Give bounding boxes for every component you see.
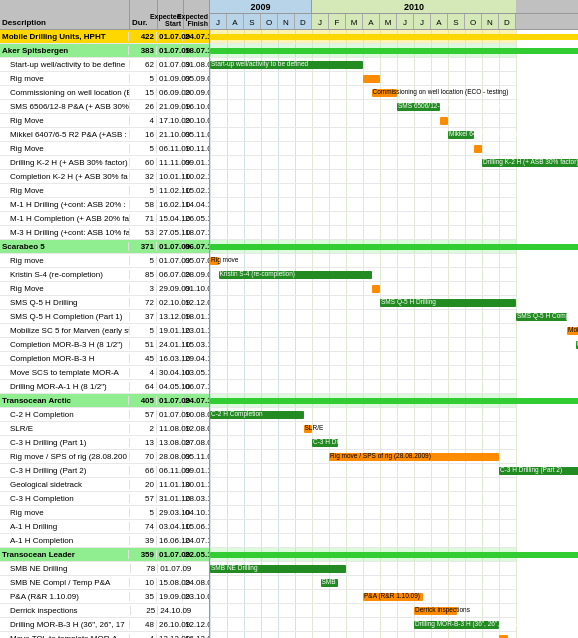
cell-desc-32: Geological sidetrack xyxy=(8,480,130,489)
cell-desc-7: Mikkel 6407/6-5 R2 P&A (+ASB : xyxy=(8,130,130,139)
cell-desc-11: Rig Move xyxy=(8,186,130,195)
cell-start-6: 17.10.09 xyxy=(157,116,183,125)
gantt-label-27: C-2 H Completion xyxy=(211,410,263,417)
cell-finish-4: 20.09.09 xyxy=(183,88,209,97)
gantt-row-3 xyxy=(210,72,516,86)
table-row-19: SMS Q-5 H Drilling7202.10.0912.12.09 xyxy=(0,296,209,310)
cell-start-26: 01.07.09 xyxy=(157,396,183,405)
gantt-row-11 xyxy=(210,184,516,198)
cell-start-1: 01.07.09 xyxy=(157,46,183,55)
cell-dur-43: 4 xyxy=(130,634,157,638)
cell-dur-41: 25 xyxy=(131,606,158,615)
gantt-row-21: Mobilize SC 5 for Marven (early starting… xyxy=(210,324,516,338)
cell-dur-38: 78 xyxy=(131,564,158,573)
gantt-row-29: C-3 H Drilling (Part 1) xyxy=(210,436,516,450)
cell-start-18: 29.09.09 xyxy=(157,284,183,293)
cell-finish-15: 06.07.10 xyxy=(183,242,209,251)
cell-desc-12: M-1 H Drilling (+cont: ASB 20% : xyxy=(8,200,130,209)
cell-desc-27: C-2 H Completion xyxy=(8,410,130,419)
gantt-row-36 xyxy=(210,534,516,548)
cell-dur-24: 4 xyxy=(130,368,157,377)
table-row-8: Rig Move506.11.0910.11.09 xyxy=(0,142,209,156)
cell-finish-31: 09.01.10 xyxy=(183,466,209,475)
table-row-35: A-1 H Drilling7403.04.1015.06.10 xyxy=(0,520,209,534)
cell-desc-35: A-1 H Drilling xyxy=(8,522,130,531)
cell-dur-20: 37 xyxy=(130,312,157,321)
gantt-row-16: Rig move xyxy=(210,254,516,268)
cell-start-31: 06.11.09 xyxy=(157,466,183,475)
cell-start-4: 06.09.09 xyxy=(157,88,183,97)
cell-start-32: 11.01.10 xyxy=(157,480,183,489)
cell-dur-42: 48 xyxy=(130,620,157,629)
gantt-row-23: Completion M xyxy=(210,352,516,366)
cell-desc-39: SMB NE Compl / Temp P&A xyxy=(8,578,130,587)
cell-finish-28: 12.08.09 xyxy=(183,424,209,433)
cell-desc-1: Aker Spitsbergen xyxy=(0,46,129,55)
gantt-row-28: SLR/E xyxy=(210,422,516,436)
cell-desc-19: SMS Q-5 H Drilling xyxy=(8,298,130,307)
cell-finish-35: 15.06.10 xyxy=(183,522,209,531)
right-body-scroll[interactable]: Start-up well/activity to be definedComm… xyxy=(210,30,578,638)
cell-start-22: 24.01.10 xyxy=(157,340,183,349)
gantt-bar-6 xyxy=(440,117,449,125)
cell-dur-32: 20 xyxy=(130,480,157,489)
table-row-42: Drilling MOR-B-3 H (36", 26", 174826.10.… xyxy=(0,618,209,632)
gantt-label-21: Mobilize SC 5 for Marven (early starting… xyxy=(568,326,578,333)
cell-desc-13: M-1 H Completion (+ ASB 20% fa xyxy=(8,214,130,223)
cell-dur-12: 58 xyxy=(130,200,157,209)
gantt-row-8 xyxy=(210,142,516,156)
cell-finish-17: 28.09.09 xyxy=(183,270,209,279)
gantt-label-29: C-3 H Drilling (Part 1) xyxy=(313,438,375,445)
cell-finish-34: 04.10.10 xyxy=(183,508,209,517)
cell-start-33: 31.01.10 xyxy=(157,494,183,503)
gantt-label-19: SMS Q-5 H Drilling xyxy=(381,298,436,305)
cell-finish-21: 23.01.10 xyxy=(183,326,209,335)
gantt-row-39: SMB NE Compl / Temp P&A xyxy=(210,576,516,590)
gantt-label-42: Drilling MOR-B-3 H (36", 26", 17 1/2", 1… xyxy=(415,620,547,627)
cell-finish-36: 24.07.10 xyxy=(183,536,209,545)
gantt-bar-18 xyxy=(372,285,381,293)
gantt-bar-0 xyxy=(210,34,578,40)
table-row-16: Rig move501.07.0905.07.09 xyxy=(0,254,209,268)
gantt-row-34: Rig move xyxy=(210,506,516,520)
cell-desc-28: SLR/E xyxy=(8,424,130,433)
table-row-22: Completion MOR-B-3 H (8 1/2")5124.01.101… xyxy=(0,338,209,352)
cell-finish-40: 23.10.09 xyxy=(183,592,209,601)
cell-dur-8: 5 xyxy=(130,144,157,153)
right-column: 20092010JASONDJFMAMJJASOND Start-up well… xyxy=(210,0,578,638)
table-row-28: SLR/E211.08.0912.08.09 xyxy=(0,422,209,436)
gantt-label-39: SMB NE Compl / Temp P&A xyxy=(322,578,404,585)
table-row-27: C-2 H Completion5701.07.0910.08.09 xyxy=(0,408,209,422)
gantt-row-26 xyxy=(210,394,516,408)
gantt-row-24: Move SCS t xyxy=(210,366,516,380)
gantt-bar-26 xyxy=(210,398,578,404)
gantt-row-6 xyxy=(210,114,516,128)
gantt-row-43 xyxy=(210,632,516,638)
cell-start-23: 16.03.10 xyxy=(157,354,183,363)
cell-desc-4: Commissioning on well location (EC xyxy=(8,88,130,97)
table-row-40: P&A (R&R 1.10.09)3519.09.0923.10.09 xyxy=(0,590,209,604)
table-row-9: Drilling K-2 H (+ ASB 30% factor)6011.11… xyxy=(0,156,209,170)
cell-finish-19: 12.12.09 xyxy=(183,298,209,307)
cell-desc-34: Rig move xyxy=(8,508,130,517)
cell-dur-9: 60 xyxy=(130,158,157,167)
cell-start-28: 11.08.09 xyxy=(157,424,183,433)
cell-desc-30: Rig move / SPS of rig (28.08.200 xyxy=(8,452,130,461)
cell-start-40: 19.09.09 xyxy=(157,592,183,601)
cell-dur-21: 5 xyxy=(130,326,157,335)
table-row-29: C-3 H Drilling (Part 1)1313.08.0927.08.0… xyxy=(0,436,209,450)
gantt-label-16: Rig move xyxy=(211,256,238,263)
cell-start-35: 03.04.10 xyxy=(157,522,183,531)
table-row-4: Commissioning on well location (EC1506.0… xyxy=(0,86,209,100)
right-body-new[interactable]: Start-up well/activity to be definedComm… xyxy=(210,30,578,638)
cell-desc-2: Start-up well/activity to be define xyxy=(8,60,130,69)
gantt-row-19: SMS Q-5 H Drilling xyxy=(210,296,516,310)
cell-desc-5: SMS 6506/12-8 P&A (+ ASB 30% xyxy=(8,102,130,111)
table-row-15: Scarabeo 537101.07.0906.07.10 xyxy=(0,240,209,254)
cell-finish-24: 03.05.10 xyxy=(183,368,209,377)
table-row-11: Rig Move511.02.1015.02.10 xyxy=(0,184,209,198)
cell-start-15: 01.07.09 xyxy=(157,242,183,251)
cell-dur-31: 66 xyxy=(130,466,157,475)
table-row-21: Mobilize SC 5 for Marven (early st519.01… xyxy=(0,324,209,338)
gantt-row-9: Drilling K-2 H (+ ASB 30% factor) xyxy=(210,156,516,170)
